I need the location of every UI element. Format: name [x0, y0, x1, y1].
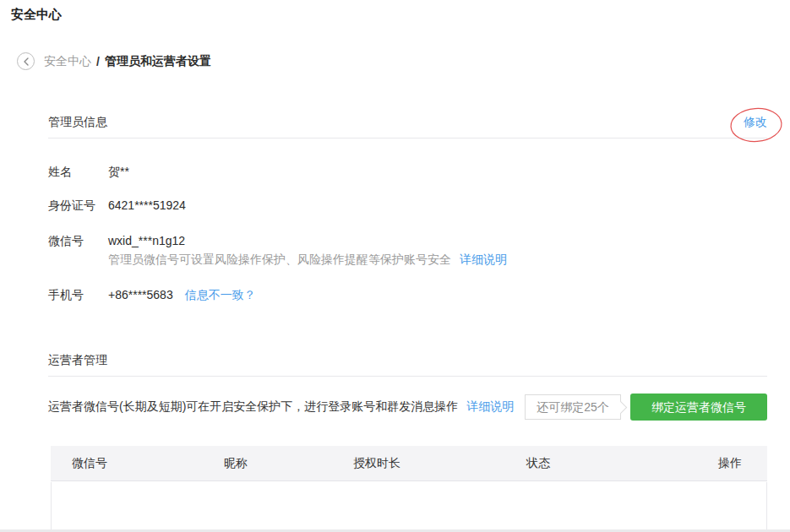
admin-info-section-header: 管理员信息 修改 — [48, 115, 767, 138]
col-actions: 操作 — [693, 456, 767, 471]
col-auth-duration: 授权时长 — [353, 456, 526, 471]
id-number-label: 身份证号 — [48, 198, 108, 214]
quota-bubble: 还可绑定25个 — [525, 394, 621, 420]
operator-section-header: 运营者管理 — [48, 353, 767, 377]
field-row-name: 姓名 贺** — [48, 165, 129, 180]
breadcrumb: 安全中心 / 管理员和运营者设置 — [17, 52, 211, 70]
col-wechat-id: 微信号 — [51, 456, 224, 471]
breadcrumb-current: 管理员和运营者设置 — [105, 54, 211, 69]
name-label: 姓名 — [48, 165, 108, 180]
breadcrumb-parent-link[interactable]: 安全中心 — [44, 54, 91, 69]
wechat-id-detail-link[interactable]: 详细说明 — [460, 252, 507, 266]
wechat-id-note: 管理员微信号可设置风险操作保护、风险操作提醒等保护账号安全详细说明 — [108, 252, 507, 268]
operator-description-row: 运营者微信号(长期及短期)可在开启安全保护下，进行登录账号和群发消息操作 详细说… — [48, 394, 767, 421]
admin-info-title: 管理员信息 — [48, 115, 107, 130]
col-status: 状态 — [526, 456, 693, 471]
breadcrumb-separator: / — [96, 55, 100, 68]
phone-label: 手机号 — [48, 288, 108, 303]
name-value: 贺** — [108, 165, 129, 180]
wechat-id-value: wxid_***n1g12 — [108, 234, 185, 249]
wechat-id-label: 微信号 — [48, 234, 108, 249]
wechat-id-note-text: 管理员微信号可设置风险操作保护、风险操作提醒等保护账号安全 — [108, 252, 451, 266]
operators-table-body — [51, 482, 767, 530]
info-mismatch-link[interactable]: 信息不一致？ — [185, 288, 256, 303]
id-number-value: 6421****51924 — [108, 198, 186, 214]
field-row-phone: 手机号 +86****5683 信息不一致？ — [48, 288, 256, 303]
back-button[interactable] — [17, 52, 35, 70]
bind-operator-button[interactable]: 绑定运营者微信号 — [630, 394, 767, 421]
chevron-left-icon — [23, 57, 30, 66]
modify-admin-link[interactable]: 修改 — [744, 115, 767, 130]
operator-detail-link[interactable]: 详细说明 — [466, 399, 514, 415]
field-row-wechat-id: 微信号 wxid_***n1g12 — [48, 234, 185, 249]
operator-description-text: 运营者微信号(长期及短期)可在开启安全保护下，进行登录账号和群发消息操作 — [48, 399, 458, 415]
phone-value: +86****5683 — [108, 288, 173, 303]
operator-section-title: 运营者管理 — [48, 353, 107, 368]
operators-table-header: 微信号 昵称 授权时长 状态 操作 — [51, 446, 767, 481]
field-row-id-number: 身份证号 6421****51924 — [48, 198, 186, 214]
col-nickname: 昵称 — [224, 456, 353, 471]
page-title: 安全中心 — [11, 7, 62, 23]
